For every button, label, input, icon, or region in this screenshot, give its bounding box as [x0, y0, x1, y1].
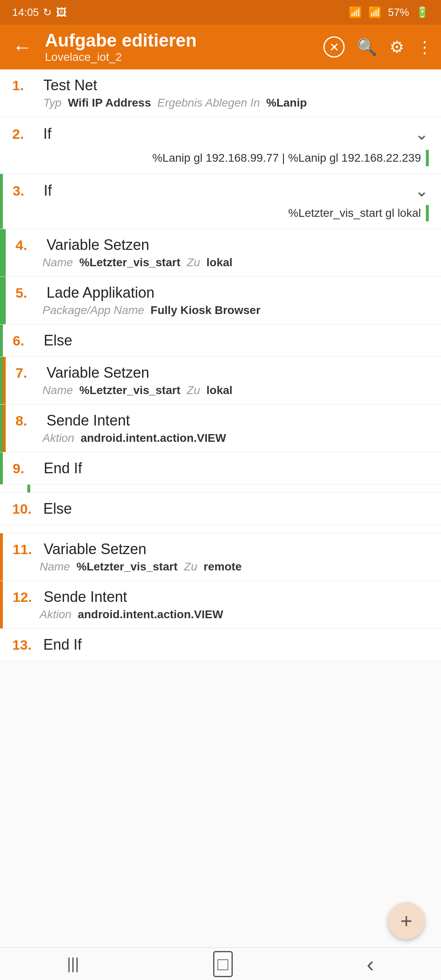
nav-home-icon[interactable]: □: [213, 951, 233, 977]
settings-button[interactable]: ⚙: [390, 38, 404, 56]
task-8-header: 8. Sende Intent: [16, 412, 429, 429]
task-2-number: 2.: [12, 126, 37, 142]
task-12-content: 12. Sende Intent Aktion android.intent.a…: [3, 581, 441, 628]
task-row-13[interactable]: 13. End If: [0, 629, 441, 661]
nav-back-icon[interactable]: ‹: [367, 951, 374, 977]
task-8-aktion-label: Aktion: [42, 432, 74, 444]
task-8-aktion-val: android.intent.action.VIEW: [80, 432, 226, 444]
app-bar-title: Aufgabe editieren: [45, 30, 315, 51]
task-9-number: 9.: [13, 461, 37, 477]
task-12-detail: Aktion android.intent.action.VIEW: [13, 608, 429, 621]
task-12-aktion-label: Aktion: [40, 608, 71, 621]
fab-button[interactable]: +: [388, 902, 425, 939]
task-6-content: 6. Else: [3, 325, 441, 356]
task-row-2[interactable]: 2. If ⌄ %Lanip gl 192.168.99.77 | %Lanip…: [0, 117, 441, 174]
task-2-chevron[interactable]: ⌄: [415, 125, 429, 143]
task-6-header: 6. Else: [13, 332, 429, 349]
task-7-header: 7. Variable Setzen: [16, 364, 429, 381]
wifi-icon: 📶: [349, 6, 362, 19]
battery-icon: 🔋: [416, 6, 429, 19]
task-4-zu-val: lokal: [207, 256, 233, 269]
task-3-chevron[interactable]: ⌄: [415, 181, 429, 200]
task-10-header: 10. Else: [12, 500, 429, 517]
task-1-content: 1. Test Net Typ Wifi IP Address Ergebnis…: [0, 69, 441, 117]
task-7-zu-val: lokal: [207, 384, 233, 396]
status-right: 📶 📶 57% 🔋: [349, 6, 429, 19]
task-5-number: 5.: [16, 285, 40, 301]
nav-menu-icon[interactable]: |||: [67, 955, 79, 973]
task-13-content: 13. End If: [0, 629, 441, 661]
green-bar-7: [0, 357, 3, 404]
task-3-condition: %Letzter_vis_start gl lokal: [288, 207, 421, 219]
green-bar-3: [0, 174, 3, 229]
back-button[interactable]: ←: [8, 31, 37, 63]
task-11-header: 11. Variable Setzen: [13, 541, 429, 558]
task-row-8[interactable]: 8. Sende Intent Aktion android.intent.ac…: [0, 405, 441, 452]
task-5-pkg-label: Package/App Name: [42, 304, 144, 316]
task-7-name-label: Name: [42, 384, 73, 396]
task-row-10[interactable]: 10. Else: [0, 493, 441, 525]
task-4-number: 4.: [16, 237, 40, 253]
close-button[interactable]: ✕: [323, 36, 345, 58]
task-11-zu-label: Zu: [184, 560, 197, 573]
task-row-4[interactable]: 4. Variable Setzen Name %Letzter_vis_sta…: [0, 229, 441, 277]
task-row-9[interactable]: 9. End If: [0, 452, 441, 485]
task-1-typ-label: Typ: [43, 96, 62, 109]
orange-bar-8: [3, 405, 6, 452]
title-group: Aufgabe editieren Lovelace_iot_2: [45, 30, 315, 64]
task-2-name: If: [43, 125, 408, 143]
task-9-content: 9. End If: [3, 452, 441, 484]
task-13-number: 13.: [12, 637, 37, 653]
task-5-name: Lade Applikation: [47, 284, 429, 301]
green-bar-5b: [3, 277, 6, 324]
task-1-name: Test Net: [43, 77, 429, 94]
task-13-header: 13. End If: [12, 636, 429, 653]
green-bar-5a: [0, 277, 3, 324]
task-7-content: 7. Variable Setzen Name %Letzter_vis_sta…: [6, 357, 441, 404]
task-1-header: 1. Test Net: [12, 77, 429, 94]
task-11-content: 11. Variable Setzen Name %Letzter_vis_st…: [3, 533, 441, 581]
green-bar-8: [0, 405, 3, 452]
task-8-number: 8.: [16, 413, 40, 429]
task-7-number: 7.: [16, 365, 40, 381]
status-time: 14:05: [12, 6, 39, 19]
task-5-content: 5. Lade Applikation Package/App Name Ful…: [6, 277, 441, 324]
image-icon: 🖼: [56, 6, 67, 19]
task-11-name: Variable Setzen: [44, 541, 429, 558]
task-row-11[interactable]: 11. Variable Setzen Name %Letzter_vis_st…: [0, 533, 441, 581]
task-row-12[interactable]: 12. Sende Intent Aktion android.intent.a…: [0, 581, 441, 629]
task-4-name-label: Name: [42, 256, 73, 269]
task-11-zu-val: remote: [204, 560, 242, 573]
task-11-name-val: %Letzter_vis_start: [76, 560, 177, 573]
task-4-content: 4. Variable Setzen Name %Letzter_vis_sta…: [6, 229, 441, 276]
task-12-name: Sende Intent: [44, 588, 429, 606]
task-6-name: Else: [44, 332, 429, 349]
task-row-7[interactable]: 7. Variable Setzen Name %Letzter_vis_sta…: [0, 357, 441, 405]
task-12-number: 12.: [13, 589, 37, 605]
task-3-header: 3. If ⌄: [13, 181, 429, 200]
task-row-3[interactable]: 3. If ⌄ %Letzter_vis_start gl lokal: [0, 174, 441, 229]
task-10-content: 10. Else: [0, 493, 441, 525]
fab-plus-icon: +: [400, 909, 412, 933]
signal-icon: 📶: [368, 6, 381, 19]
orange-bar-7: [3, 357, 6, 404]
nav-bar: ||| □ ‹: [0, 947, 441, 980]
task-12-aktion-val: android.intent.action.VIEW: [78, 608, 223, 621]
status-left: 14:05 ↻ 🖼: [12, 6, 67, 19]
more-button[interactable]: ⋮: [416, 38, 433, 56]
task-1-typ-val: Wifi IP Address: [68, 96, 151, 109]
task-row-1[interactable]: 1. Test Net Typ Wifi IP Address Ergebnis…: [0, 69, 441, 117]
task-5-header: 5. Lade Applikation: [16, 284, 429, 301]
task-11-name-label: Name: [40, 560, 70, 573]
close-icon: ✕: [329, 40, 339, 54]
task-7-name-val: %Letzter_vis_start: [79, 384, 180, 396]
search-button[interactable]: 🔍: [357, 38, 377, 57]
task-row-5[interactable]: 5. Lade Applikation Package/App Name Ful…: [0, 277, 441, 325]
task-row-6[interactable]: 6. Else: [0, 325, 441, 357]
task-7-detail: Name %Letzter_vis_start Zu lokal: [16, 384, 429, 397]
task-10-name: Else: [43, 500, 429, 517]
task-2-content: 2. If ⌄ %Lanip gl 192.168.99.77 | %Lanip…: [0, 117, 441, 174]
green-bar-4b: [3, 229, 6, 276]
task-5-detail: Package/App Name Fully Kiosk Browser: [16, 304, 429, 317]
task-4-detail: Name %Letzter_vis_start Zu lokal: [16, 256, 429, 269]
